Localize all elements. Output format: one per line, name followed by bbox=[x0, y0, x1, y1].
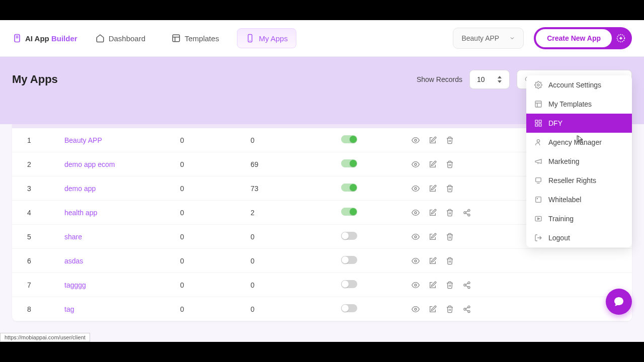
menu-logout[interactable]: Logout bbox=[526, 228, 632, 247]
cell-title[interactable]: Beauty APP bbox=[57, 128, 173, 152]
share-action[interactable] bbox=[463, 281, 471, 289]
edit-action[interactable] bbox=[429, 185, 437, 193]
svg-line-29 bbox=[466, 310, 468, 311]
edit-action[interactable] bbox=[429, 160, 437, 168]
nav-myapps[interactable]: My Apps bbox=[237, 28, 296, 48]
svg-point-9 bbox=[415, 188, 417, 190]
status-toggle[interactable] bbox=[341, 304, 357, 312]
svg-point-11 bbox=[468, 209, 470, 211]
cell-num: 7 bbox=[12, 273, 57, 297]
view-action[interactable] bbox=[412, 160, 420, 168]
cell-status bbox=[334, 201, 405, 225]
menu-dfy[interactable]: DFY bbox=[526, 114, 632, 133]
edit-action[interactable] bbox=[429, 209, 437, 217]
edit-action[interactable] bbox=[429, 257, 437, 265]
chat-fab[interactable] bbox=[606, 289, 632, 315]
table-row: 6asdas00 bbox=[12, 249, 632, 273]
cell-actions bbox=[405, 297, 632, 321]
status-bar: https://mobiappai.com/user/client bbox=[0, 333, 90, 342]
menu-agency-manager[interactable]: Agency Manager bbox=[526, 133, 632, 152]
menu-whitelabel[interactable]: Whitelabel bbox=[526, 190, 632, 209]
status-toggle[interactable] bbox=[341, 159, 357, 167]
badge-icon bbox=[534, 176, 542, 185]
cell-num: 6 bbox=[12, 249, 57, 273]
delete-action[interactable] bbox=[446, 257, 454, 265]
megaphone-icon bbox=[534, 157, 542, 165]
svg-point-19 bbox=[468, 282, 470, 284]
svg-point-27 bbox=[468, 310, 470, 312]
view-action[interactable] bbox=[412, 281, 420, 289]
svg-point-17 bbox=[415, 260, 417, 262]
svg-rect-35 bbox=[539, 124, 541, 126]
cell-views: 0 bbox=[244, 225, 334, 249]
cell-title[interactable]: demo app bbox=[57, 176, 173, 201]
cell-title[interactable]: asdas bbox=[57, 249, 173, 273]
delete-action[interactable] bbox=[446, 185, 454, 193]
create-app-button[interactable]: Create New App bbox=[536, 29, 612, 47]
svg-rect-32 bbox=[535, 120, 538, 123]
cell-views: 69 bbox=[244, 152, 334, 176]
cell-status bbox=[334, 176, 405, 201]
delete-action[interactable] bbox=[446, 209, 454, 217]
delete-action[interactable] bbox=[446, 281, 454, 289]
view-action[interactable] bbox=[412, 209, 420, 217]
svg-point-30 bbox=[537, 84, 539, 86]
play-icon bbox=[534, 215, 542, 223]
delete-action[interactable] bbox=[446, 136, 454, 144]
nav-dashboard[interactable]: Dashboard bbox=[88, 29, 153, 48]
delete-action[interactable] bbox=[446, 305, 454, 313]
menu-account-settings[interactable]: Account Settings bbox=[526, 75, 632, 95]
delete-action[interactable] bbox=[446, 233, 454, 241]
table-row: 7tagggg00 bbox=[12, 273, 632, 297]
menu-training[interactable]: Training bbox=[526, 209, 632, 228]
cell-title[interactable]: health app bbox=[57, 201, 173, 225]
logo[interactable]: AI App Builder bbox=[12, 33, 77, 43]
cell-title[interactable]: tag bbox=[57, 297, 173, 321]
menu-label: Account Settings bbox=[548, 81, 601, 89]
cell-title[interactable]: share bbox=[57, 225, 173, 249]
menu-marketing[interactable]: Marketing bbox=[526, 152, 632, 171]
records-select[interactable]: 10 bbox=[469, 70, 510, 89]
edit-action[interactable] bbox=[429, 305, 437, 313]
cell-num: 8 bbox=[12, 297, 57, 321]
view-action[interactable] bbox=[412, 257, 420, 265]
view-action[interactable] bbox=[412, 305, 420, 313]
chevron-down-icon bbox=[509, 35, 515, 41]
svg-point-39 bbox=[537, 198, 537, 199]
svg-point-16 bbox=[415, 236, 417, 238]
menu-my-templates[interactable]: My Templates bbox=[526, 95, 632, 114]
share-action[interactable] bbox=[463, 209, 471, 217]
home-icon bbox=[96, 34, 105, 43]
cell-views: 0 bbox=[244, 249, 334, 273]
menu-label: Reseller Rights bbox=[548, 176, 596, 185]
view-action[interactable] bbox=[412, 185, 420, 193]
app-selector[interactable]: Beauty APP bbox=[453, 28, 524, 49]
cell-installs: 0 bbox=[173, 201, 244, 225]
cell-title[interactable]: tagggg bbox=[57, 273, 173, 297]
edit-action[interactable] bbox=[429, 136, 437, 144]
cell-status bbox=[334, 128, 405, 152]
status-toggle[interactable] bbox=[341, 232, 357, 240]
status-toggle[interactable] bbox=[341, 256, 357, 264]
cell-actions bbox=[405, 273, 632, 297]
cell-title[interactable]: demo app ecom bbox=[57, 152, 173, 176]
edit-action[interactable] bbox=[429, 233, 437, 241]
status-toggle[interactable] bbox=[341, 184, 357, 192]
menu-reseller-rights[interactable]: Reseller Rights bbox=[526, 171, 632, 190]
share-action[interactable] bbox=[463, 305, 471, 313]
nav-templates[interactable]: Templates bbox=[164, 29, 227, 48]
view-action[interactable] bbox=[412, 136, 420, 144]
view-action[interactable] bbox=[412, 233, 420, 241]
status-toggle[interactable] bbox=[341, 135, 357, 143]
create-plus-button[interactable] bbox=[612, 29, 630, 47]
menu-label: Training bbox=[548, 215, 574, 223]
svg-point-24 bbox=[415, 308, 417, 310]
delete-action[interactable] bbox=[446, 160, 454, 168]
status-toggle[interactable] bbox=[341, 208, 357, 216]
status-toggle[interactable] bbox=[341, 280, 357, 288]
menu-label: Marketing bbox=[548, 157, 579, 165]
edit-action[interactable] bbox=[429, 281, 437, 289]
table-row: 8tag00 bbox=[12, 297, 632, 321]
logout-icon bbox=[534, 234, 542, 242]
svg-point-10 bbox=[415, 212, 417, 214]
